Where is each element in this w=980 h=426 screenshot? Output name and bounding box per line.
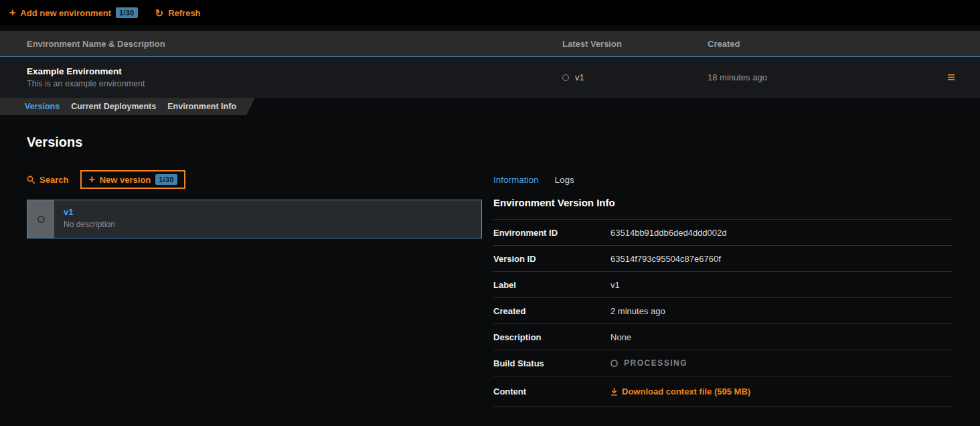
processing-spinner-icon bbox=[610, 360, 618, 367]
plus-icon: + bbox=[9, 7, 15, 18]
info-panel-tabs: Information Logs bbox=[493, 169, 952, 186]
download-icon bbox=[610, 387, 618, 396]
version-info-panel: Information Logs Environment Version Inf… bbox=[493, 169, 952, 407]
versions-section: Versions Search + New version 1/30 bbox=[0, 115, 980, 407]
versions-list-column: Search + New version 1/30 v1 No descript… bbox=[27, 169, 482, 238]
created-cell: 18 minutes ago bbox=[708, 72, 947, 82]
search-icon bbox=[27, 175, 35, 184]
header-created: Created bbox=[708, 39, 947, 49]
info-label: Content bbox=[493, 386, 610, 397]
latest-version-value: v1 bbox=[575, 72, 584, 82]
tab-information[interactable]: Information bbox=[493, 175, 539, 185]
plus-icon: + bbox=[88, 174, 94, 185]
header-name-description: Environment Name & Description bbox=[27, 39, 562, 49]
tab-logs[interactable]: Logs bbox=[555, 175, 574, 185]
info-row-content: Content Download context file (595 MB) bbox=[493, 376, 952, 407]
info-row-created: Created 2 minutes ago bbox=[493, 298, 952, 324]
version-item-description: No description bbox=[64, 220, 115, 229]
page-title: Versions bbox=[27, 134, 952, 150]
info-value: v1 bbox=[610, 280, 952, 290]
info-label: Description bbox=[493, 332, 610, 342]
toolbar: + Add new environment 1/30 ↻ Refresh bbox=[0, 0, 980, 25]
environment-row-tabs: Versions Current Deployments Environment… bbox=[0, 98, 255, 115]
info-label: Label bbox=[493, 280, 610, 290]
refresh-icon: ↻ bbox=[155, 8, 164, 18]
search-label: Search bbox=[39, 175, 68, 185]
add-new-environment-button[interactable]: + Add new environment 1/30 bbox=[9, 7, 138, 18]
environment-quota-badge: 1/30 bbox=[116, 7, 137, 18]
info-label: Version ID bbox=[493, 254, 610, 264]
row-menu-icon[interactable]: ≡ bbox=[947, 70, 955, 84]
info-value: 63514f793c95504c87e6760f bbox=[610, 254, 952, 264]
environment-description: This is an example environment bbox=[27, 79, 562, 88]
download-context-file-link[interactable]: Download context file (595 MB) bbox=[610, 386, 952, 397]
build-status-text: PROCESSING bbox=[624, 358, 687, 368]
download-link-text: Download context file (595 MB) bbox=[622, 386, 750, 397]
environment-row[interactable]: Example Environment This is an example e… bbox=[0, 56, 980, 98]
latest-version-cell: v1 bbox=[562, 72, 708, 82]
environment-name-cell: Example Environment This is an example e… bbox=[27, 66, 562, 88]
info-label: Created bbox=[493, 306, 610, 316]
info-value: 2 minutes ago bbox=[610, 306, 952, 316]
refresh-button[interactable]: ↻ Refresh bbox=[155, 8, 201, 18]
version-list-item[interactable]: v1 No description bbox=[27, 200, 482, 238]
search-button[interactable]: Search bbox=[27, 175, 68, 185]
version-build-spinner-icon bbox=[37, 216, 45, 223]
tab-versions[interactable]: Versions bbox=[25, 102, 60, 111]
tab-environment-info[interactable]: Environment Info bbox=[167, 102, 236, 111]
tab-current-deployments[interactable]: Current Deployments bbox=[71, 102, 156, 111]
info-row-label: Label v1 bbox=[493, 272, 952, 298]
environments-table-header: Environment Name & Description Latest Ve… bbox=[0, 31, 980, 56]
info-row-build-status: Build Status PROCESSING bbox=[493, 350, 952, 376]
info-value: 63514bb91ddb6ded4ddd002d bbox=[610, 228, 952, 238]
refresh-label: Refresh bbox=[168, 8, 200, 18]
add-new-environment-label: Add new environment bbox=[20, 8, 111, 18]
version-status-spinner-icon bbox=[562, 74, 569, 81]
new-version-button[interactable]: + New version 1/30 bbox=[80, 170, 185, 189]
version-item-label: v1 bbox=[64, 207, 115, 217]
info-label: Build Status bbox=[493, 358, 610, 368]
info-panel-title: Environment Version Info bbox=[493, 197, 952, 220]
version-quota-badge: 1/30 bbox=[155, 174, 177, 185]
version-card-gutter bbox=[27, 200, 54, 238]
info-value: None bbox=[610, 332, 952, 342]
header-latest-version: Latest Version bbox=[562, 39, 708, 49]
info-label: Environment ID bbox=[493, 228, 610, 238]
new-version-label: New version bbox=[100, 175, 151, 185]
environment-name: Example Environment bbox=[27, 66, 562, 76]
info-row-environment-id: Environment ID 63514bb91ddb6ded4ddd002d bbox=[493, 220, 952, 246]
info-row-version-id: Version ID 63514f793c95504c87e6760f bbox=[493, 246, 952, 272]
versions-actions-row: Search + New version 1/30 bbox=[27, 169, 482, 190]
info-row-description: Description None bbox=[493, 324, 952, 350]
build-status-badge: PROCESSING bbox=[610, 358, 952, 368]
